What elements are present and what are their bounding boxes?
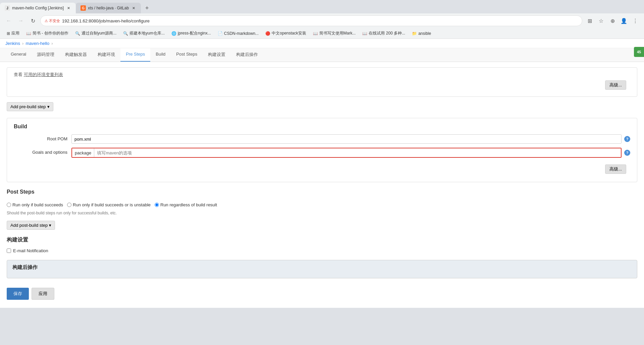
tab-1[interactable]: J maven-hello Config [Jenkins] ✕ — [0, 3, 76, 13]
breadcrumb-jenkins[interactable]: Jenkins — [5, 41, 20, 46]
jenkins-side-indicator: 45 — [634, 47, 644, 57]
save-button[interactable]: 保存 — [7, 288, 29, 300]
build-settings-section: 构建设置 E-mail Notification — [7, 236, 637, 253]
page-content: Jenkins › maven-hello › General 源码管理 构建触… — [0, 39, 644, 308]
tab-title-1: maven-hello Config [Jenkins] — [12, 6, 64, 10]
post-build-title: 构建后操作 — [12, 264, 632, 271]
bookmark-jpress[interactable]: 🌐 jpress-配合nginx... — [169, 29, 214, 37]
radio-unstable[interactable]: Run only if build succeeds or is unstabl… — [67, 202, 151, 207]
add-post-build-arrow: ▾ — [49, 223, 51, 228]
email-notification-row: E-mail Notification — [7, 248, 637, 253]
root-pom-help-icon[interactable]: ? — [624, 136, 630, 142]
tab-triggers[interactable]: 构建触发器 — [60, 48, 92, 62]
post-steps-radio-row: Run only if build succeeds Run only if b… — [7, 200, 637, 210]
security-icon: ⚠ 不安全 — [45, 18, 60, 23]
forward-button[interactable]: → — [16, 16, 25, 25]
add-post-build-label: Add post-build step — [10, 223, 48, 228]
root-pom-label: Root POM — [14, 134, 67, 141]
tab-close-1[interactable]: ✕ — [66, 5, 71, 11]
add-pre-build-button[interactable]: Add pre-build step ▾ — [7, 102, 53, 111]
tab-build-env[interactable]: 构建环境 — [92, 48, 120, 62]
post-steps-title: Post Steps — [7, 189, 637, 195]
back-button[interactable]: ← — [4, 16, 13, 25]
tab-close-2[interactable]: ✕ — [131, 5, 136, 11]
env-advanced-button[interactable]: 高级... — [605, 80, 626, 90]
extensions-icon[interactable]: ⊕ — [608, 16, 617, 25]
tab-source[interactable]: 源码管理 — [32, 48, 60, 62]
address-bar-actions: ⊞ ☆ ⊕ 👤 ⋮ — [585, 16, 640, 25]
online-icon: 📖 — [362, 31, 367, 36]
config-body: 查看 可用的环境变量列表 高级... Add pre-build step ▾ … — [0, 62, 644, 308]
tab-2[interactable]: G xts / hello-java · GitLab ✕ — [76, 3, 141, 13]
breadcrumb: Jenkins › maven-hello › — [0, 39, 644, 48]
radio-regardless[interactable]: Run regardless of build result — [155, 202, 217, 207]
reload-button[interactable]: ↻ — [28, 16, 38, 25]
bookmark-csdn[interactable]: 📄 CSDN-markdown... — [215, 30, 261, 37]
breadcrumb-sep-1: › — [22, 41, 23, 46]
post-build-section: 构建后操作 — [7, 260, 637, 278]
build-section: Build Root POM ? Goals and options — [7, 118, 637, 182]
goals-label: Goals and options — [14, 148, 67, 155]
root-pom-control: ? — [71, 134, 630, 144]
yum2-icon: 🔍 — [123, 31, 128, 36]
translate-icon[interactable]: ⊞ — [585, 16, 594, 25]
post-steps-description: Should the post-build steps run only for… — [7, 210, 637, 218]
address-text: 192.168.1.62:8080/job/maven-hello/config… — [62, 18, 150, 23]
goals-input-wrapper: package — [71, 148, 622, 158]
address-bar-row: ← → ↻ ⚠ 不安全 192.168.1.62:8080/job/maven-… — [0, 13, 644, 28]
bookmark-ansible[interactable]: 📁 ansible — [409, 30, 434, 37]
bookmark-jianshu[interactable]: 📖 简书 - 创作你的创作 — [23, 29, 71, 37]
goals-control: package ? — [71, 148, 630, 158]
breadcrumb-sep-2: › — [51, 41, 53, 46]
profile-icon[interactable]: 👤 — [619, 16, 629, 25]
tab-favicon-2: G — [80, 5, 86, 11]
jianshu-icon: 📖 — [26, 31, 31, 36]
goals-suffix-input[interactable] — [94, 148, 621, 157]
action-buttons: 保存 应用 — [7, 285, 637, 302]
tab-post-steps[interactable]: Post Steps — [171, 48, 203, 62]
root-pom-input[interactable] — [71, 134, 622, 144]
config-tabs: General 源码管理 构建触发器 构建环境 Pre Steps Build … — [0, 48, 644, 62]
build-section-title: Build — [14, 124, 630, 130]
jpress-icon: 🌐 — [171, 31, 176, 36]
goals-prefix-box: package — [72, 148, 94, 157]
bookmark-yum1[interactable]: 🔍 通过自制yum源商... — [72, 29, 119, 37]
radio-unstable-input[interactable] — [67, 203, 71, 207]
email-notification-label: E-mail Notification — [13, 248, 48, 253]
address-bar[interactable]: ⚠ 不安全 192.168.1.62:8080/job/maven-hello/… — [40, 15, 582, 26]
add-post-build-row: Add post-build step ▾ — [7, 221, 637, 230]
env-variables-link[interactable]: 可用的环境变量列表 — [24, 72, 63, 77]
bookmark-online[interactable]: 📖 在线试用 200 多种... — [360, 29, 408, 37]
tab-title-2: xts / hello-java · GitLab — [88, 6, 129, 10]
ansible-icon: 📁 — [412, 31, 417, 36]
bookmark-jianshu2[interactable]: 📖 简书写文使用Mark... — [310, 29, 359, 37]
build-section-inner: Build Root POM ? Goals and options — [7, 118, 637, 182]
breadcrumb-maven-hello[interactable]: maven-hello — [25, 41, 49, 46]
openstack-icon: 🔴 — [265, 31, 270, 36]
radio-regardless-input[interactable] — [155, 203, 159, 207]
root-pom-row: Root POM ? — [14, 134, 630, 144]
menu-icon[interactable]: ⋮ — [631, 16, 640, 25]
tab-post-build[interactable]: 构建后操作 — [231, 48, 263, 62]
email-notification-checkbox[interactable] — [7, 249, 11, 253]
bookmark-openstack[interactable]: 🔴 中文openstack安装 — [263, 29, 309, 37]
apps-icon: ⊞ — [7, 31, 10, 36]
jianshu2-icon: 📖 — [313, 31, 318, 36]
add-post-build-button[interactable]: Add post-build step ▾ — [7, 221, 55, 230]
tab-build[interactable]: Build — [150, 48, 171, 62]
tab-build-settings[interactable]: 构建设置 — [203, 48, 231, 62]
bookmark-apps[interactable]: ⊞ 应用 — [4, 29, 22, 37]
build-advanced-btn-row: 高级... — [14, 162, 630, 177]
add-pre-build-arrow: ▾ — [47, 104, 50, 109]
env-prefix-text: 查看 — [14, 72, 22, 77]
radio-success[interactable]: Run only if build succeeds — [7, 202, 63, 207]
bookmark-yum2[interactable]: 🔍 搭建本地yum仓库... — [120, 29, 167, 37]
bookmark-icon[interactable]: ☆ — [596, 16, 606, 25]
build-advanced-button[interactable]: 高级... — [605, 164, 626, 174]
new-tab-button[interactable]: + — [142, 3, 152, 13]
radio-success-input[interactable] — [7, 203, 11, 207]
goals-help-icon[interactable]: ? — [624, 150, 630, 156]
tab-general[interactable]: General — [5, 48, 32, 62]
tab-pre-steps[interactable]: Pre Steps — [120, 48, 150, 62]
apply-button[interactable]: 应用 — [32, 288, 54, 300]
